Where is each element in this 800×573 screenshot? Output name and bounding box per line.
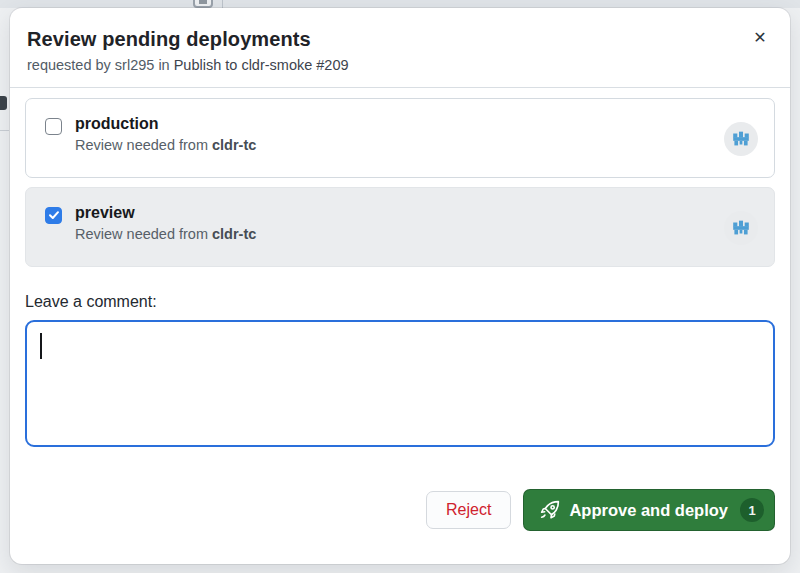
preview-checkbox[interactable]	[45, 207, 62, 224]
approve-and-deploy-button[interactable]: Approve and deploy 1	[523, 489, 775, 531]
environment-info: preview Review needed fromcldr-tc	[75, 204, 256, 242]
cldr-team-avatar	[724, 211, 758, 245]
comment-field-wrap	[25, 320, 775, 447]
environment-review-text: Review needed fromcldr-tc	[75, 226, 256, 242]
reject-button[interactable]: Reject	[426, 491, 511, 529]
review-deployments-dialog: Review pending deployments requested by …	[10, 8, 790, 564]
page-background: Review pending deployments requested by …	[0, 0, 800, 573]
comment-textarea[interactable]	[25, 320, 775, 447]
rocket-icon	[540, 500, 560, 520]
dialog-footer: Reject Approve and deploy 1	[25, 489, 775, 543]
team-name: cldr-tc	[212, 226, 256, 242]
environment-row-preview[interactable]: preview Review needed fromcldr-tc	[25, 187, 775, 267]
dialog-title: Review pending deployments	[27, 28, 774, 51]
dialog-body: production Review needed fromcldr-tc	[10, 88, 790, 564]
cldr-team-avatar	[724, 122, 758, 156]
background-top-band	[0, 0, 800, 8]
environment-name: production	[75, 115, 256, 133]
background-partial-icon-bar	[199, 0, 207, 4]
environment-name: preview	[75, 204, 256, 222]
environment-review-text: Review needed fromcldr-tc	[75, 137, 256, 153]
background-divider-line	[222, 0, 223, 8]
comment-label: Leave a comment:	[25, 293, 775, 311]
review-needed-text: Review needed from	[75, 226, 208, 242]
selected-count-badge: 1	[740, 498, 764, 522]
background-left-line	[0, 130, 9, 131]
subtitle-workflow-run: Publish to cldr-smoke #209	[174, 57, 349, 73]
background-partial-icon	[193, 0, 213, 8]
text-cursor	[40, 333, 42, 359]
approve-button-label: Approve and deploy	[569, 501, 728, 520]
production-checkbox[interactable]	[45, 118, 62, 135]
environment-row-production[interactable]: production Review needed fromcldr-tc	[25, 98, 775, 178]
team-name: cldr-tc	[212, 137, 256, 153]
review-needed-text: Review needed from	[75, 137, 208, 153]
environment-info: production Review needed fromcldr-tc	[75, 115, 256, 153]
subtitle-requested-by: requested by srl295 in	[27, 57, 170, 73]
background-left-mark	[0, 96, 7, 110]
dialog-header: Review pending deployments requested by …	[10, 8, 790, 88]
dialog-subtitle: requested by srl295 inPublish to cldr-sm…	[27, 57, 774, 73]
close-icon[interactable]: ✕	[748, 26, 772, 50]
checkmark-icon	[48, 207, 60, 225]
